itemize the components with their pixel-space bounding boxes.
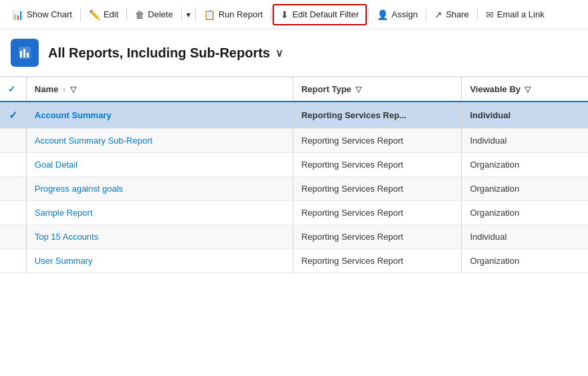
row-viewable-by-cell: Organization [462,153,588,177]
show-chart-button[interactable]: 📊 Show Chart [5,5,79,24]
svg-rect-1 [20,51,22,57]
email-icon: ✉ [486,9,494,20]
report-type-filter-icon[interactable]: ▽ [355,85,361,94]
report-name-link[interactable]: User Summary [35,256,93,266]
sort-asc-icon[interactable]: ↑ [62,85,66,93]
chart-icon: 📊 [12,9,23,20]
reports-table: ✓ Name ↑ ▽ Report Type ▽ [0,77,588,273]
table-row[interactable]: Sample ReportReporting Services ReportOr… [0,201,588,225]
row-report-type-cell: Reporting Services Report [293,177,461,201]
report-name-link[interactable]: Goal Detail [35,160,78,170]
row-viewable-by-cell: Individual [462,102,588,129]
table-body: ✓Account SummaryReporting Services Rep..… [0,102,588,273]
share-button[interactable]: ↗ Share [428,5,476,24]
select-all-header[interactable]: ✓ [0,77,26,102]
row-name-cell: User Summary [27,249,293,273]
table-header-row: ✓ Name ↑ ▽ Report Type ▽ [0,77,588,102]
toolbar: 📊 Show Chart ✏️ Edit 🗑 Delete ▾ 📋 Run Re… [0,0,588,29]
table-row[interactable]: Goal DetailReporting Services ReportOrga… [0,153,588,177]
row-checkbox[interactable]: ✓ [0,102,26,129]
viewable-by-filter-icon[interactable]: ▽ [525,85,531,94]
page-icon [11,39,39,67]
row-report-type-cell: Reporting Services Report [293,201,461,225]
edit-icon: ✏️ [89,9,100,20]
toolbar-divider-4 [195,8,196,21]
toolbar-divider-7 [426,8,426,21]
toolbar-divider-5 [271,8,271,21]
row-name-cell: Goal Detail [27,153,293,177]
row-viewable-by-cell: Organization [462,177,588,201]
email-link-button[interactable]: ✉ Email a Link [479,5,551,24]
viewable-by-column-header: Viewable By ▽ [462,77,588,102]
delete-icon: 🗑 [135,9,144,20]
table-row[interactable]: Progress against goalsReporting Services… [0,177,588,201]
row-checkbox[interactable] [0,201,26,225]
reports-table-container: ✓ Name ↑ ▽ Report Type ▽ [0,77,588,376]
row-name-cell: Account Summary [27,102,293,129]
row-report-type-cell: Reporting Services Report [293,129,461,153]
row-checkbox[interactable] [0,249,26,273]
page-header: All Reports, Including Sub-Reports ∨ [0,29,588,77]
delete-button[interactable]: 🗑 Delete [128,5,180,24]
report-name-link[interactable]: Progress against goals [35,184,123,194]
title-dropdown-icon[interactable]: ∨ [275,47,283,59]
row-name-cell: Account Summary Sub-Report [27,129,293,153]
svg-rect-2 [23,49,25,57]
row-viewable-by-cell: Individual [462,225,588,249]
share-icon: ↗ [434,9,442,20]
report-type-column-header: Report Type ▽ [293,77,461,102]
name-column-header: Name ↑ ▽ [27,77,293,102]
assign-icon: 👤 [377,9,388,20]
row-viewable-by-cell: Individual [462,129,588,153]
report-name-link[interactable]: Top 15 Accounts [35,232,98,242]
chevron-down-icon: ▾ [186,10,190,19]
dropdown-more-button[interactable]: ▾ [183,6,194,23]
row-report-type-cell: Reporting Services Rep... [293,102,461,129]
report-name-link[interactable]: Account Summary [35,110,112,120]
row-checkbox[interactable] [0,225,26,249]
edit-default-filter-button[interactable]: ⬇ Edit Default Filter [273,4,367,25]
toolbar-divider-6 [368,8,369,21]
row-name-cell: Progress against goals [27,177,293,201]
run-report-button[interactable]: 📋 Run Report [197,5,269,24]
toolbar-divider-8 [477,8,478,21]
table-row[interactable]: ✓Account SummaryReporting Services Rep..… [0,102,588,129]
assign-button[interactable]: 👤 Assign [370,5,424,24]
row-checkbox[interactable] [0,129,26,153]
report-name-link[interactable]: Sample Report [35,208,93,218]
edit-button[interactable]: ✏️ Edit [82,5,125,24]
toolbar-divider [80,8,81,21]
filter-icon: ⬇ [281,9,289,20]
row-viewable-by-cell: Organization [462,201,588,225]
table-row[interactable]: Top 15 AccountsReporting Services Report… [0,225,588,249]
row-name-cell: Top 15 Accounts [27,225,293,249]
table-row[interactable]: User SummaryReporting Services ReportOrg… [0,249,588,273]
run-icon: 📋 [204,9,215,20]
table-row[interactable]: Account Summary Sub-ReportReporting Serv… [0,129,588,153]
toolbar-divider-3 [181,8,182,21]
row-report-type-cell: Reporting Services Report [293,225,461,249]
row-report-type-cell: Reporting Services Report [293,153,461,177]
row-name-cell: Sample Report [27,201,293,225]
svg-rect-3 [27,53,29,57]
row-checkbox[interactable] [0,153,26,177]
name-filter-icon[interactable]: ▽ [70,85,76,94]
row-viewable-by-cell: Organization [462,249,588,273]
report-name-link[interactable]: Account Summary Sub-Report [35,136,152,146]
page-title: All Reports, Including Sub-Reports ∨ [48,45,283,61]
row-report-type-cell: Reporting Services Report [293,249,461,273]
toolbar-divider-2 [126,8,127,21]
checkmark-icon: ✓ [8,84,15,94]
row-checkbox[interactable] [0,177,26,201]
